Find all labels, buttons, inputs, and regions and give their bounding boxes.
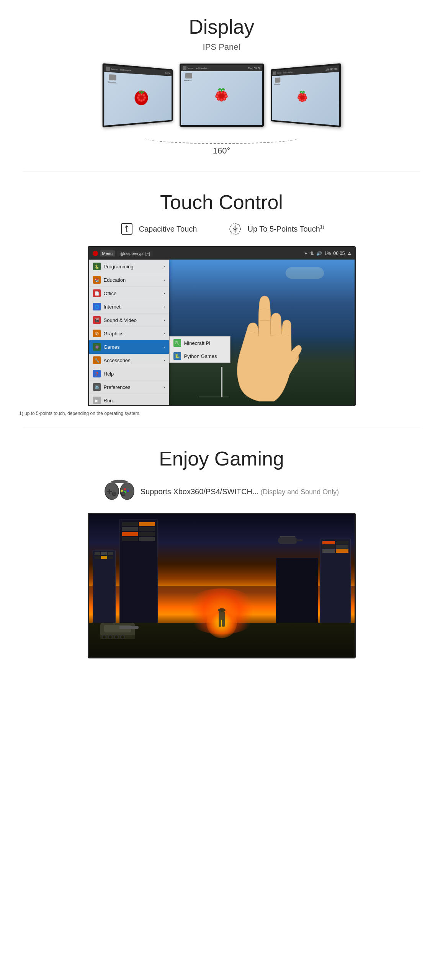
minecraft-icon: ⛏ [173,339,181,347]
office-label: Office [104,291,117,296]
monitor-left-frame: Menu ip@raspbe... 24|06 Wasteba... [102,63,172,127]
arc-line [145,132,298,144]
divider-1 [23,171,420,172]
menu-item-education[interactable]: 📚 Education › [89,273,169,287]
display-subtitle: IPS Panel [8,42,435,52]
monitor-right: Menu ip@raspbe... 1% 09:06 Wasteba... [271,63,341,127]
taskbar-icon [106,66,110,71]
svg-rect-69 [107,491,112,492]
menu-item-graphics[interactable]: 🎨 Graphics › [89,327,169,340]
arrow-icon-ac: › [163,358,165,363]
menu-item-games[interactable]: 👾 Games › [89,340,169,354]
education-label: Education [104,277,126,283]
arrow-icon-in: › [163,305,165,309]
monitor-right-screen: Menu ip@raspbe... 1% 09:06 Wasteba... [272,65,339,125]
game-scene: WAVESHARE [89,514,355,657]
gaming-screenshot: WAVESHARE [88,513,356,658]
svg-point-31 [217,92,219,94]
hand-svg [219,290,314,405]
touch-title: Touch Control [8,191,435,214]
menu-item-office[interactable]: 📄 Office › [89,287,169,300]
menu-item-internet[interactable]: 🌐 Internet › [89,300,169,314]
menu-item-preferences[interactable]: ⚙️ Preferences › [89,381,169,394]
games-label: Games [104,344,120,350]
monitor-right-frame: Menu ip@raspbe... 1% 09:06 Wasteba... [271,63,341,127]
taskbar-menu-btn[interactable]: Menu [100,250,115,256]
games-icon: 👾 [93,343,101,351]
python-games-icon: 🐍 [173,352,181,360]
graphics-icon: 🎨 [93,330,101,337]
angle-indicator: 160° [8,132,435,156]
gaming-supports-label: Supports Xbox360/PS4/SWITCH... [141,487,259,496]
game-tank [100,623,135,636]
capacitive-touch-label: Capacitive Touch [139,225,197,234]
programming-icon: 🐍 [93,263,101,270]
arrow-icon-gm: › [163,345,165,349]
monitor-center-frame: Menu ip@raspbe... 1% | 09:06 Wasteba... [180,64,264,127]
internet-icon: 🌐 [93,303,101,310]
game-helicopter [278,537,297,544]
arrow-icon-pr: › [163,385,165,389]
footnote: 1) up to 5-points touch, depending on th… [19,411,435,416]
taskbar-terminal[interactable]: @raspberrypi: [~] [117,251,153,256]
svg-point-36 [217,98,219,100]
menu-item-accessories[interactable]: 🔧 Accessories › [89,354,169,367]
rpi-logo-center [209,85,234,110]
multipoint-touch-label: Up To 5-Points Touch1) [247,224,324,234]
network-icon: ⇅ [310,251,314,256]
arrow-icon: › [163,265,165,269]
svg-point-63 [126,230,128,232]
gaming-supports-text: Supports Xbox360/PS4/SWITCH... (Display … [141,487,339,496]
monitors-container: Menu ip@raspbe... 24|06 Wasteba... [88,64,356,127]
taskbar-icon-c [183,66,186,70]
svg-point-73 [121,490,123,492]
taskbar-time: 24|06 [165,72,170,74]
education-icon: 📚 [93,276,101,284]
menu-item-help[interactable]: ❓ Help [89,367,169,381]
preferences-label: Preferences [104,384,131,390]
degree-label: 160° [8,146,435,156]
menu-item-run[interactable]: ▶ Run... [89,394,169,406]
svg-point-34 [216,95,218,97]
hand-gesture-overlay [209,271,324,405]
svg-rect-39 [221,89,222,92]
accessories-label: Accessories [104,358,131,363]
controller-icon [104,478,135,505]
menu-item-sound-video[interactable]: 🎬 Sound & Video › [89,314,169,327]
sound-video-icon: 🎬 [93,316,101,324]
monitor-center-taskbar: Menu ip@raspbe... 1% | 09:06 [181,65,262,71]
display-title: Display [8,15,435,38]
game-soldier [218,608,226,627]
screenshot-taskbar: Menu @raspberrypi: [~] ✦ ⇅ 🔊 1% 06:05 ⏏ [89,247,355,260]
menu-item-programming[interactable]: 🐍 Programming › [89,260,169,273]
svg-point-70 [124,488,126,490]
eject-icon: ⏏ [347,251,351,256]
minecraft-label: Minecraft Pi [184,340,211,346]
taskbar-time-c: 1% | 09:06 [248,67,260,70]
touch-features: Capacitive Touch Up To 5-Points Touch1) [8,221,435,237]
taskbar-time-r: 1% 09:06 [325,67,337,71]
screenshot-container: Menu @raspberrypi: [~] ✦ ⇅ 🔊 1% 06:05 ⏏ [88,246,356,406]
divider-2 [23,428,420,428]
monitor-left-screen: Menu ip@raspbe... 24|06 Wasteba... [104,65,172,125]
taskbar-clock: 06:05 [333,251,345,256]
monitor-center: Menu ip@raspbe... 1% | 09:06 Wasteba... [180,64,264,127]
taskbar-icon-r [273,71,276,75]
svg-point-74 [112,492,116,496]
taskbar-icons: ✦ ⇅ 🔊 1% 06:05 ⏏ [304,251,351,256]
multipoint-touch-icon [227,221,243,237]
office-icon: 📄 [93,289,101,297]
rpi-taskbar-logo [92,250,99,257]
graphics-label: Graphics [104,331,124,336]
monitor-left: Menu ip@raspbe... 24|06 Wasteba... [102,63,172,127]
run-icon: ▶ [93,397,101,404]
rpi-logo-right [293,88,312,110]
battery-icon: 1% [324,251,331,256]
svg-point-38 [221,99,222,101]
arrow-icon-ed: › [163,278,165,282]
rpi-logo-left [131,88,150,110]
svg-point-37 [224,98,226,100]
preferences-icon: ⚙️ [93,383,101,391]
help-icon: ❓ [93,370,101,377]
svg-point-60 [299,90,302,93]
